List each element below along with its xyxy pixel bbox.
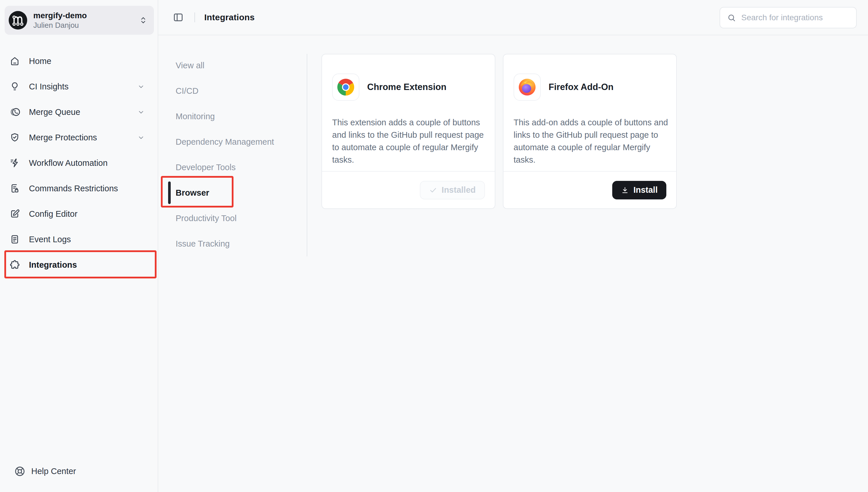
search-input[interactable] [741,7,851,28]
mergify-avatar [9,11,27,29]
page-title: Integrations [204,13,255,22]
sidebar-item-workflow-automation[interactable]: Workflow Automation [0,150,158,176]
integration-card-chrome-extension: Chrome Extension This extension adds a c… [322,54,495,209]
sidebar-item-ci-insights[interactable]: CI Insights [0,74,158,99]
sidebar-item-event-logs[interactable]: Event Logs [0,227,158,252]
sidebar-item-icon [9,183,20,194]
category-item-label: View all [176,61,204,70]
help-center-link[interactable]: Help Center [0,460,158,482]
workspace-owner: Julien Danjou [33,21,139,30]
sidebar-item-label: Commands Restrictions [29,184,118,193]
integration-cards: Chrome Extension This extension adds a c… [322,54,677,209]
chevrons-up-down-icon [139,16,148,25]
sidebar-item-label: Config Editor [29,209,78,219]
card-action-label: Install [633,185,658,195]
sidebar-item-config-editor[interactable]: Config Editor [0,201,158,227]
integration-title: Firefox Add-On [548,74,613,101]
sidebar-item-icon [9,260,20,270]
card-action-button[interactable]: Install [612,181,666,199]
category-list: View all CI/CD Monitoring Dependency Man… [176,53,300,256]
card-footer: Install [504,171,676,208]
sidebar-item-label: Workflow Automation [29,158,108,168]
check-icon [429,186,437,194]
category-item-view-all[interactable]: View all [176,53,300,78]
download-icon [621,186,629,194]
integration-logo-icon [337,78,355,96]
sidebar-item-label: Event Logs [29,235,71,244]
chevron-down-icon [137,108,145,116]
sidebar-item-home[interactable]: Home [0,48,158,74]
category-divider [307,54,307,256]
lifebuoy-icon [14,466,25,477]
category-item-browser[interactable]: Browser [176,180,300,205]
integration-logo-container [332,74,359,101]
panel-left-icon [173,12,184,23]
category-item-label: Dependency Management [176,137,274,147]
search-icon [727,13,736,22]
card-action-button[interactable]: Installed [420,181,485,199]
category-item-issue-tracking[interactable]: Issue Tracking [176,231,300,256]
sidebar-item-icon [9,81,20,92]
category-item-monitoring[interactable]: Monitoring [176,104,300,129]
category-item-label: Productivity Tool [176,214,237,223]
sidebar-item-label: Merge Protections [29,133,97,142]
category-item-label: Monitoring [176,112,215,121]
sidebar-item-icon [9,158,20,168]
integration-title: Chrome Extension [367,74,446,101]
sidebar-nav: Home CI Insights Merge Queue Merge Prote… [0,48,158,277]
sidebar-item-icon [9,234,20,245]
sidebar-item-label: Integrations [29,260,77,270]
category-item-dependency-management[interactable]: Dependency Management [176,129,300,154]
integration-logo-container [514,74,541,101]
category-item-label: Issue Tracking [176,239,230,249]
category-item-developer-tools[interactable]: Developer Tools [176,154,300,180]
sidebar: mergify-demo Julien Danjou Home CI Insig… [0,0,158,492]
sidebar-item-icon [9,56,20,66]
sidebar-item-label: Merge Queue [29,107,80,117]
sidebar-item-icon [9,132,20,143]
sidebar-item-commands-restrictions[interactable]: Commands Restrictions [0,176,158,201]
integration-card-firefox-add-on: Firefox Add-On This add-on adds a couple… [503,54,677,209]
category-item-label: Developer Tools [176,163,235,172]
card-action-label: Installed [441,185,476,195]
sidebar-item-label: CI Insights [29,82,69,92]
chevron-down-icon [137,83,145,91]
category-item-label: CI/CD [176,86,199,96]
integration-description: This extension adds a couple of buttons … [332,116,487,166]
sidebar-item-label: Home [29,56,51,66]
category-item-productivity-tool[interactable]: Productivity Tool [176,205,300,231]
integration-description: This add-on adds a couple of buttons and… [514,116,668,166]
card-footer: Installed [322,171,495,208]
category-item-label: Browser [176,188,209,198]
sidebar-item-merge-queue[interactable]: Merge Queue [0,99,158,125]
sidebar-item-icon [9,107,20,117]
sidebar-toggle-button[interactable] [173,12,184,23]
category-item-ci-cd[interactable]: CI/CD [176,78,300,104]
sidebar-item-integrations[interactable]: Integrations [0,252,158,277]
topbar: Integrations [158,0,868,35]
topbar-divider [195,13,195,22]
sidebar-item-merge-protections[interactable]: Merge Protections [0,125,158,150]
help-center-label: Help Center [31,467,76,476]
chevron-down-icon [137,134,145,142]
sidebar-item-icon [9,209,20,219]
integration-logo-icon [518,78,536,96]
workspace-selector[interactable]: mergify-demo Julien Danjou [5,6,154,35]
app-root: mergify-demo Julien Danjou Home CI Insig… [0,0,868,492]
search-box [720,7,857,28]
workspace-name: mergify-demo [33,11,139,21]
